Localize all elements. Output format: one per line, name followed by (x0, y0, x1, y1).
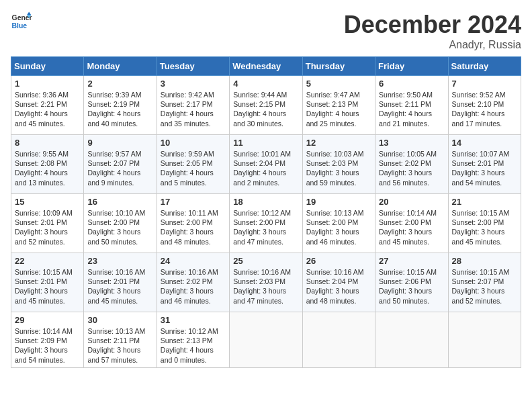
day-info-line: Sunset: 2:04 PM (306, 277, 371, 286)
day-info-line: Daylight: 4 hours (87, 109, 152, 118)
day-number: 18 (233, 197, 298, 207)
header-cell-saturday: Saturday (448, 57, 521, 76)
svg-text:Blue: Blue (12, 22, 28, 30)
day-info-line: Daylight: 3 hours (452, 227, 517, 236)
day-cell: 9Sunrise: 9:57 AMSunset: 2:07 PMDaylight… (84, 135, 157, 194)
day-cell (230, 312, 302, 368)
day-info-line: Sunrise: 10:07 AM (452, 149, 517, 158)
calendar-header: SundayMondayTuesdayWednesdayThursdayFrid… (11, 57, 521, 76)
day-info-line: Daylight: 4 hours (306, 109, 371, 118)
day-info-line: Daylight: 3 hours (15, 227, 80, 236)
day-info-line: Sunrise: 9:39 AM (87, 90, 152, 99)
day-info-line: Daylight: 4 hours (161, 345, 226, 355)
day-number: 9 (87, 138, 152, 148)
day-info-line: Daylight: 3 hours (306, 286, 371, 295)
day-info-line: Sunrise: 9:42 AM (161, 90, 226, 99)
day-info-line: Sunset: 2:07 PM (87, 158, 152, 168)
day-info-line: and 46 minutes. (306, 237, 371, 246)
day-number: 1 (15, 79, 80, 89)
day-info-line: Daylight: 3 hours (452, 168, 517, 177)
day-info-line: Sunset: 2:15 PM (233, 99, 298, 109)
day-number: 2 (87, 79, 152, 89)
title-area: December 2024 Anadyr, Russia (344, 11, 521, 51)
day-cell: 4Sunrise: 9:44 AMSunset: 2:15 PMDaylight… (230, 76, 302, 135)
day-info-line: and 17 minutes. (452, 119, 517, 128)
day-number: 28 (452, 256, 517, 266)
day-info-line: and 47 minutes. (233, 296, 298, 306)
day-info-line: and 45 minutes. (379, 237, 444, 246)
day-info-line: and 56 minutes. (379, 178, 444, 187)
day-info-line: and 54 minutes. (452, 178, 517, 187)
day-info-line: and 35 minutes. (161, 119, 226, 128)
day-info-line: Sunrise: 9:44 AM (233, 90, 298, 99)
day-info-line: Sunrise: 10:16 AM (306, 267, 371, 277)
day-info-line: Daylight: 3 hours (87, 345, 152, 355)
day-info-line: and 2 minutes. (233, 178, 298, 187)
day-number: 7 (452, 79, 517, 89)
day-info-line: Sunset: 2:19 PM (87, 99, 152, 109)
day-info-line: Sunset: 2:07 PM (452, 277, 517, 286)
day-cell: 31Sunrise: 10:12 AMSunset: 2:13 PMDaylig… (157, 312, 229, 368)
day-info-line: and 52 minutes. (452, 296, 517, 306)
day-info-line: and 50 minutes. (87, 237, 152, 246)
day-info-line: Sunset: 2:02 PM (161, 277, 226, 286)
day-cell: 22Sunrise: 10:15 AMSunset: 2:01 PMDaylig… (11, 253, 84, 312)
header-cell-monday: Monday (84, 57, 157, 76)
day-info-line: Sunrise: 9:57 AM (87, 149, 152, 158)
day-info-line: and 9 minutes. (87, 178, 152, 187)
day-info-line: Sunset: 2:13 PM (161, 336, 226, 345)
day-cell: 8Sunrise: 9:55 AMSunset: 2:08 PMDaylight… (11, 135, 84, 194)
day-cell: 18Sunrise: 10:12 AMSunset: 2:00 PMDaylig… (230, 194, 302, 253)
header-cell-tuesday: Tuesday (157, 57, 229, 76)
header-cell-friday: Friday (375, 57, 448, 76)
day-info-line: Sunrise: 9:36 AM (15, 90, 80, 99)
calendar-table: SundayMondayTuesdayWednesdayThursdayFrid… (11, 56, 521, 368)
location-title: Anadyr, Russia (344, 39, 521, 51)
week-row-5: 29Sunrise: 10:14 AMSunset: 2:09 PMDaylig… (11, 312, 521, 368)
day-info-line: Sunrise: 10:05 AM (379, 149, 444, 158)
day-info-line: Sunset: 2:21 PM (15, 99, 80, 109)
day-info-line: and 48 minutes. (161, 237, 226, 246)
day-info-line: Daylight: 4 hours (452, 109, 517, 118)
day-info-line: Sunset: 2:11 PM (87, 336, 152, 345)
day-number: 5 (306, 79, 371, 89)
day-cell: 30Sunrise: 10:13 AMSunset: 2:11 PMDaylig… (84, 312, 157, 368)
day-info-line: Sunrise: 10:16 AM (87, 267, 152, 277)
day-number: 24 (161, 256, 226, 266)
day-info-line: Daylight: 3 hours (233, 227, 298, 236)
day-info-line: and 25 minutes. (306, 119, 371, 128)
day-cell: 3Sunrise: 9:42 AMSunset: 2:17 PMDaylight… (157, 76, 229, 135)
day-info-line: Daylight: 3 hours (161, 227, 226, 236)
day-info-line: and 45 minutes. (87, 296, 152, 306)
logo: General Blue (11, 11, 32, 32)
day-info-line: Sunrise: 9:59 AM (161, 149, 226, 158)
day-info-line: Sunrise: 10:01 AM (233, 149, 298, 158)
day-info-line: Sunrise: 10:03 AM (306, 149, 371, 158)
day-cell (448, 312, 521, 368)
day-number: 4 (233, 79, 298, 89)
day-info-line: Sunset: 2:00 PM (161, 218, 226, 227)
day-info-line: and 46 minutes. (161, 296, 226, 306)
day-number: 22 (15, 256, 80, 266)
day-info-line: Sunset: 2:00 PM (87, 218, 152, 227)
day-info-line: Daylight: 4 hours (379, 109, 444, 118)
day-info-line: Daylight: 3 hours (379, 286, 444, 295)
day-info-line: Daylight: 3 hours (233, 286, 298, 295)
day-info-line: Daylight: 3 hours (379, 227, 444, 236)
day-cell: 6Sunrise: 9:50 AMSunset: 2:11 PMDaylight… (375, 76, 448, 135)
day-info-line: Sunrise: 9:47 AM (306, 90, 371, 99)
page-header: General Blue December 2024 Anadyr, Russi… (11, 11, 521, 51)
day-info-line: Sunset: 2:00 PM (452, 218, 517, 227)
day-cell: 21Sunrise: 10:15 AMSunset: 2:00 PMDaylig… (448, 194, 521, 253)
day-number: 14 (452, 138, 517, 148)
day-info-line: and 48 minutes. (306, 296, 371, 306)
day-info-line: Sunset: 2:00 PM (233, 218, 298, 227)
day-number: 31 (161, 315, 226, 325)
day-info-line: Sunset: 2:04 PM (233, 158, 298, 168)
svg-marker-2 (27, 12, 31, 15)
day-info-line: Sunrise: 10:15 AM (452, 208, 517, 218)
day-info-line: Daylight: 3 hours (15, 345, 80, 355)
day-cell: 23Sunrise: 10:16 AMSunset: 2:01 PMDaylig… (84, 253, 157, 312)
day-info-line: Sunrise: 10:16 AM (233, 267, 298, 277)
day-cell: 29Sunrise: 10:14 AMSunset: 2:09 PMDaylig… (11, 312, 84, 368)
